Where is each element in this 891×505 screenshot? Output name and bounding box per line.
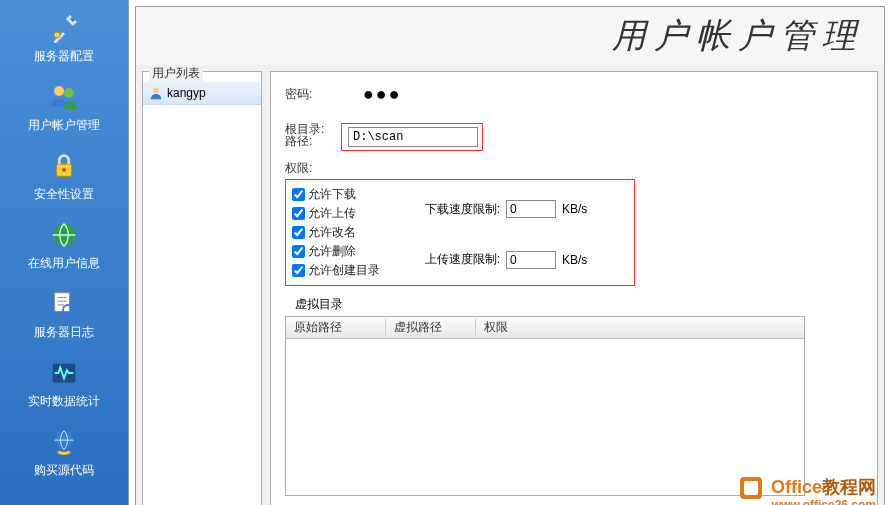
download-speed-row: 下载速度限制: KB/s	[420, 200, 587, 218]
password-label: 密码:	[285, 86, 333, 103]
panels: 用户列表 kangyp 密码: ●●● 根目录:	[136, 65, 884, 505]
globe-link-icon	[46, 424, 82, 460]
perm-delete[interactable]: 允许删除	[292, 243, 380, 260]
nav-user-accounts[interactable]: 用户帐户管理	[0, 75, 128, 140]
nav-realtime-stats[interactable]: 实时数据统计	[0, 351, 128, 416]
wrench-screwdriver-icon	[46, 10, 82, 46]
users-icon	[46, 79, 82, 115]
upload-speed-unit: KB/s	[562, 253, 587, 267]
password-row: 密码: ●●●	[285, 84, 863, 105]
pulse-icon	[46, 355, 82, 391]
nav-server-config[interactable]: 服务器配置	[0, 6, 128, 71]
password-masked: ●●●	[341, 84, 402, 105]
upload-speed-input[interactable]	[506, 251, 556, 269]
watermark-url: www.office26.com	[740, 499, 876, 505]
virtual-dir-table: 原始路径 虚拟路径 权限	[285, 316, 805, 496]
nav-buy-source[interactable]: 购买源代码	[0, 420, 128, 485]
user-row[interactable]: kangyp	[143, 82, 261, 105]
nav-label: 服务器配置	[34, 48, 94, 65]
virtual-dir-section: 虚拟目录 原始路径 虚拟路径 权限	[285, 296, 863, 496]
permissions-label: 权限:	[285, 160, 863, 177]
speed-limits: 下载速度限制: KB/s 上传速度限制: KB/s	[420, 186, 587, 279]
sidebar: 服务器配置 用户帐户管理 安全性设置 在线用户信息 服务器日志	[0, 0, 128, 505]
svg-rect-6	[55, 293, 70, 312]
download-speed-input[interactable]	[506, 200, 556, 218]
nav-label: 安全性设置	[34, 186, 94, 203]
svg-point-4	[62, 168, 66, 172]
nav-label: 服务器日志	[34, 324, 94, 341]
download-speed-label: 下载速度限制:	[420, 201, 500, 218]
content-frame: 用户帐户管理 用户列表 kangyp 密码: ●	[135, 6, 885, 505]
app-root: 服务器配置 用户帐户管理 安全性设置 在线用户信息 服务器日志	[0, 0, 891, 505]
perm-rename[interactable]: 允许改名	[292, 224, 380, 241]
lock-icon	[46, 148, 82, 184]
upload-speed-row: 上传速度限制: KB/s	[420, 251, 587, 269]
form-area: 密码: ●●● 根目录: 路径: 权限:	[270, 71, 878, 505]
perm-createdir-checkbox[interactable]	[292, 264, 305, 277]
perm-download[interactable]: 允许下载	[292, 186, 380, 203]
svg-point-0	[54, 32, 60, 38]
svg-point-2	[64, 88, 74, 98]
col-virt-path[interactable]: 虚拟路径	[386, 319, 476, 336]
path-input[interactable]	[348, 127, 478, 147]
user-icon	[149, 86, 163, 100]
perm-delete-checkbox[interactable]	[292, 245, 305, 258]
rootdir-highlight	[341, 123, 483, 151]
svg-point-10	[153, 88, 158, 93]
permissions-highlight: 允许下载 允许上传 允许改名 允许删除 允许创建目录 下载速度限制:	[285, 179, 635, 286]
col-orig-path[interactable]: 原始路径	[286, 319, 386, 336]
nav-online-users[interactable]: 在线用户信息	[0, 213, 128, 278]
path-label: 路径:	[285, 133, 333, 150]
watermark: Office教程网 www.office26.com	[740, 477, 876, 505]
perm-download-checkbox[interactable]	[292, 188, 305, 201]
perm-upload[interactable]: 允许上传	[292, 205, 380, 222]
user-list-panel: 用户列表 kangyp	[142, 71, 262, 505]
permissions-checkboxes: 允许下载 允许上传 允许改名 允许删除 允许创建目录	[292, 186, 380, 279]
upload-speed-label: 上传速度限制:	[420, 251, 500, 268]
nav-label: 用户帐户管理	[28, 117, 100, 134]
office-logo-icon	[740, 477, 762, 499]
nav-label: 在线用户信息	[28, 255, 100, 272]
globe-icon	[46, 217, 82, 253]
main-area: 用户帐户管理 用户列表 kangyp 密码: ●	[128, 0, 891, 505]
perm-upload-checkbox[interactable]	[292, 207, 305, 220]
user-list-title: 用户列表	[149, 65, 203, 82]
perm-createdir[interactable]: 允许创建目录	[292, 262, 380, 279]
svg-point-1	[54, 86, 64, 96]
nav-label: 购买源代码	[34, 462, 94, 479]
nav-server-log[interactable]: 服务器日志	[0, 282, 128, 347]
perm-rename-checkbox[interactable]	[292, 226, 305, 239]
virtual-dir-label: 虚拟目录	[295, 297, 343, 311]
download-speed-unit: KB/s	[562, 202, 587, 216]
nav-label: 实时数据统计	[28, 393, 100, 410]
permissions-section: 权限: 允许下载 允许上传 允许改名 允许删除 允许创建目录	[285, 160, 863, 286]
virtual-dir-header: 原始路径 虚拟路径 权限	[286, 317, 804, 339]
col-perm[interactable]: 权限	[476, 319, 804, 336]
search-document-icon	[46, 286, 82, 322]
user-name: kangyp	[167, 86, 206, 100]
page-title: 用户帐户管理	[136, 7, 884, 65]
watermark-brand1: Office	[771, 477, 822, 497]
nav-security[interactable]: 安全性设置	[0, 144, 128, 209]
watermark-brand2: 教程网	[822, 477, 876, 497]
